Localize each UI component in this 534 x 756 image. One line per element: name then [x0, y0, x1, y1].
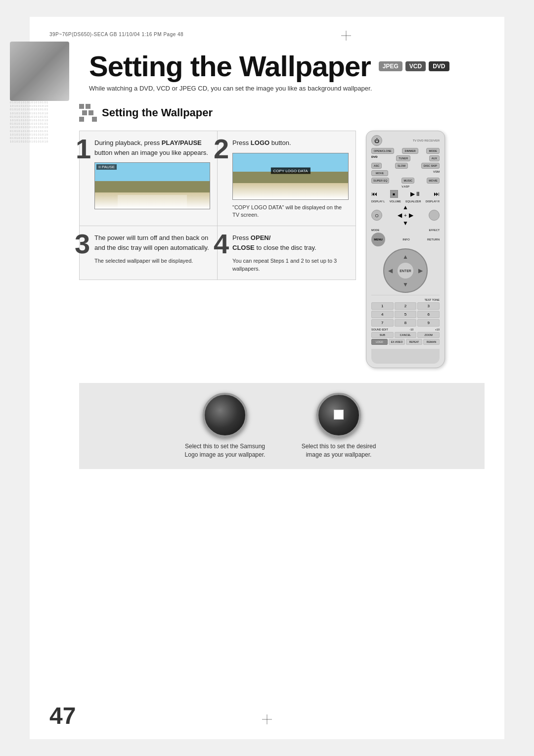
vol-right-btn[interactable]: ▶	[409, 212, 413, 219]
num-8[interactable]: 8	[395, 319, 417, 327]
num-2[interactable]: 2	[395, 302, 417, 310]
step-3-bullet: The selected wallpaper will be displayed…	[94, 257, 210, 265]
ex-video-btn[interactable]: EX.VIDEO	[389, 339, 405, 345]
stop-btn[interactable]: ■	[390, 190, 398, 198]
nav-up-btn[interactable]: ▲	[402, 253, 408, 260]
num-4[interactable]: 4	[371, 311, 394, 318]
prev-btn[interactable]: ⏮	[371, 190, 377, 197]
remote-row-2: DVD TUNER AUX	[371, 155, 440, 161]
vol-up-btn[interactable]: ▲	[402, 204, 408, 211]
enter-btn[interactable]: ENTER	[397, 262, 414, 279]
section-icon	[79, 104, 97, 122]
dvd-label: DVD	[371, 155, 378, 161]
test-tone-label: TEST TONE	[371, 298, 440, 301]
steps-container: 1 During playback, press PLAY/PAUSE butt…	[79, 131, 356, 368]
tuner-btn[interactable]: TUNER	[396, 155, 410, 161]
nav-left-btn[interactable]: ◀	[388, 267, 393, 274]
step-2-bullet: "COPY LOGO DATA" will be displayed on th…	[232, 204, 349, 219]
cancel-btn[interactable]: CANCEL	[395, 332, 417, 338]
step-3-number: 3	[75, 230, 90, 258]
super-eq-btn[interactable]: SUPER EQ	[371, 178, 389, 184]
vcd-badge: VCD	[405, 61, 426, 71]
step-1-screen: II PAUSE	[94, 162, 210, 209]
info-label: INFO	[402, 238, 409, 241]
logo-btn[interactable]: LOGO	[371, 339, 388, 345]
vol-lr: ◀ + ▶	[398, 212, 413, 219]
step-4-number: 4	[214, 230, 229, 258]
nav-down-btn[interactable]: ▼	[402, 281, 408, 288]
step-4: 4 Press OPEN/CLOSE to close the disc tra…	[218, 226, 356, 280]
repeat-btn[interactable]: REPEAT	[406, 339, 422, 345]
mode-label: MODE	[371, 229, 380, 232]
header-bar: 39P~76P(DS650)-SECA GB 11/10/04 1:16 PM …	[49, 32, 485, 37]
doc-ref: 39P~76P(DS650)-SECA GB 11/10/04 1:16 PM …	[49, 32, 183, 37]
effect-btn[interactable]	[429, 210, 440, 221]
music-btn[interactable]: MUSIC	[401, 178, 414, 184]
move-btn[interactable]: MOVE	[371, 170, 388, 176]
play-pause-btn[interactable]: ▶⏸	[410, 190, 421, 197]
open-close-btn[interactable]: OPEN/CLOSE	[371, 148, 394, 154]
volume-controls: ○ ▲ ◀ + ▶ ▼	[371, 204, 440, 227]
menu-btn[interactable]: MENU	[371, 233, 385, 246]
step-2-number: 2	[214, 135, 229, 163]
aux-btn[interactable]: AUX	[429, 155, 440, 161]
volume-label: VOLUME	[390, 200, 401, 203]
step-1-content: During playback, press PLAY/PAUSE button…	[94, 138, 210, 209]
num-6[interactable]: 6	[417, 311, 440, 318]
speaker-caption-1: Select this to set the Samsung Logo imag…	[180, 442, 269, 459]
step-4-text: Press OPEN/CLOSE to close the disc tray.	[232, 233, 349, 252]
display-l-label: DISPLAY L	[371, 200, 385, 203]
vol-left-btn[interactable]: ◀	[398, 212, 402, 219]
volume-row-labels: DISPLAY L VOLUME EQUALIZER DISPLAY R	[371, 200, 440, 203]
speaker-indicator	[334, 410, 344, 420]
plus-btn[interactable]: +	[404, 213, 407, 218]
svg-rect-2	[82, 110, 87, 115]
remain-btn[interactable]: REMAIN	[423, 339, 440, 345]
vol-down-btn[interactable]: ▼	[402, 220, 408, 227]
num-1[interactable]: 1	[371, 302, 394, 310]
sub-btn[interactable]: SUB	[371, 332, 394, 338]
nav-ring: ▲ ▼ ◀ ▶ ENTER	[383, 248, 428, 293]
numpad-section: TEST TONE 1 2 3 4 5 6 7 8 9 SOUND EDIT	[371, 295, 440, 345]
remote-power-row: ⏻ TV DVD RECEIVER	[371, 135, 440, 146]
crossmark-bottom	[262, 714, 272, 724]
disc-skip-btn[interactable]: DISC SKIP	[421, 163, 440, 169]
dimmer-btn[interactable]: DIMMER	[402, 148, 418, 154]
num-7[interactable]: 7	[371, 319, 394, 327]
num-3[interactable]: 3	[417, 302, 440, 310]
num-5[interactable]: 5	[395, 311, 417, 318]
movie-btn[interactable]: MOVIE	[427, 178, 440, 184]
v-asp-label: V.ASP	[371, 185, 440, 188]
volume-center: ▲ ◀ + ▶ ▼	[398, 204, 413, 227]
last-row-btns: LOGO EX.VIDEO REPEAT REMAIN	[371, 339, 440, 345]
slow-btn[interactable]: SLOW	[395, 163, 408, 169]
step-2-screen: COPY LOGO DATA	[232, 153, 349, 200]
jpeg-badge: JPEG	[379, 61, 402, 71]
step-1-number: 1	[76, 135, 91, 163]
vsm-label: VSM	[433, 170, 440, 176]
num-9[interactable]: 9	[417, 319, 440, 327]
page-number: 47	[49, 702, 76, 729]
step-2-text: Press LOGO button.	[232, 138, 349, 148]
speaker-image-2	[316, 393, 361, 437]
mode-btn-top[interactable]: MODE	[426, 148, 440, 154]
mode-display-btn[interactable]: ○	[371, 210, 382, 221]
sound-edit-label: SOUND EDIT	[371, 328, 388, 331]
heading-icon-svg	[79, 104, 97, 122]
sound-edit-row: SOUND EDIT -10 +10	[371, 328, 440, 331]
minus10-label: -10	[409, 328, 413, 331]
svg-rect-5	[92, 117, 97, 122]
next-btn[interactable]: ⏭	[434, 190, 440, 197]
zoom-btn[interactable]: ZOOM	[417, 332, 440, 338]
nav-right-btn[interactable]: ▶	[418, 267, 423, 274]
section-title: Setting the Wallpaper	[102, 106, 213, 119]
dvd-badge: DVD	[429, 61, 449, 71]
step-2-content: Press LOGO button. COPY LOGO DATA "COPY …	[232, 138, 349, 219]
step-4-content: Press OPEN/CLOSE to close the disc tray.…	[232, 233, 349, 273]
remote-row-3: ASC SLOW DISC SKIP	[371, 163, 440, 169]
step-1-text: During playback, press PLAY/PAUSE button…	[94, 138, 210, 157]
remote: ⏻ TV DVD RECEIVER OPEN/CLOSE DIMMER MODE…	[366, 131, 445, 368]
power-button[interactable]: ⏻	[371, 135, 382, 146]
asc-btn[interactable]: ASC	[371, 163, 382, 169]
menu-row: MENU INFO RETURN	[371, 233, 440, 246]
